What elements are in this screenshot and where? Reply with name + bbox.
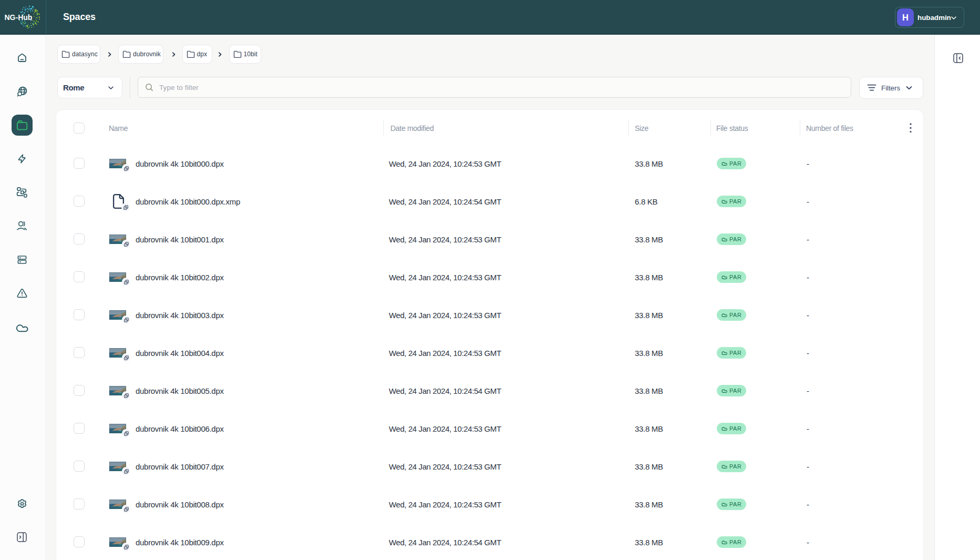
svg-text:NG-Hub: NG-Hub: [5, 13, 33, 22]
svg-text:TM: TM: [30, 19, 33, 22]
